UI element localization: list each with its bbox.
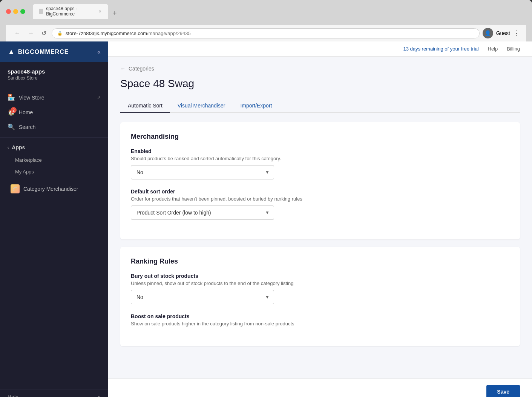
active-app-label: Category Merchandiser: [23, 186, 78, 192]
app-icon: 🏷: [11, 184, 20, 193]
enabled-select[interactable]: No Yes: [131, 165, 274, 179]
breadcrumb-arrow: ←: [120, 66, 126, 72]
enabled-field-group: Enabled Should products be ranked and so…: [131, 148, 509, 179]
boost-desc: Show on sale products higher in the cate…: [131, 321, 509, 326]
merchandising-card: Merchandising Enabled Should products be…: [120, 122, 520, 239]
search-nav-icon: 🔍: [8, 123, 15, 130]
merchandising-title: Merchandising: [131, 133, 509, 141]
sort-order-desc: Order for products that haven't been pin…: [131, 196, 509, 202]
store-subtitle: Sandbox Store: [8, 75, 101, 81]
back-button[interactable]: ←: [12, 28, 23, 38]
logo: ▲ BIGCOMMERCE: [8, 48, 69, 56]
enabled-label: Enabled: [131, 148, 509, 154]
close-button[interactable]: [6, 9, 11, 14]
boost-label: Boost on sale products: [131, 313, 509, 319]
avatar: 👤: [483, 28, 493, 38]
sidebar-header: ▲ BIGCOMMERCE «: [0, 41, 108, 62]
tab-title: space48-apps - BigCommerce: [46, 6, 95, 17]
sidebar-item-my-apps[interactable]: My Apps: [0, 166, 108, 178]
breadcrumb-label: Categories: [129, 66, 154, 72]
user-label: Guest: [496, 30, 510, 36]
collapse-button[interactable]: «: [97, 49, 101, 55]
main-body: ← Categories Space 48 Swag Automatic Sor…: [108, 57, 532, 379]
page-title: Space 48 Swag: [120, 78, 520, 90]
bury-select[interactable]: No Yes: [131, 290, 274, 304]
tabs: Automatic Sort Visual Merchandiser Impor…: [120, 99, 520, 113]
tab-favicon: [39, 9, 43, 14]
boost-field-group: Boost on sale products Show on sale prod…: [131, 313, 509, 326]
store-info: space48-apps Sandbox Store: [0, 62, 108, 87]
tab-automatic-sort[interactable]: Automatic Sort: [120, 99, 170, 113]
sidebar-item-marketplace[interactable]: Marketplace: [0, 154, 108, 166]
new-tab-button[interactable]: +: [110, 8, 120, 19]
home-badge: 2: [11, 107, 17, 113]
save-button[interactable]: Save: [486, 385, 520, 397]
forward-button[interactable]: →: [26, 28, 36, 38]
enabled-desc: Should products be ranked and sorted aut…: [131, 156, 509, 161]
breadcrumb[interactable]: ← Categories: [120, 66, 520, 72]
enabled-select-wrapper: No Yes ▼: [131, 165, 274, 179]
my-apps-label: My Apps: [15, 169, 34, 175]
refresh-button[interactable]: ↺: [39, 28, 49, 38]
more-button[interactable]: ⋮: [513, 29, 520, 37]
trial-text: 13 days remaining of your free trial: [403, 46, 478, 52]
sidebar: ▲ BIGCOMMERCE « space48-apps Sandbox Sto…: [0, 41, 108, 397]
home-label: Home: [19, 109, 33, 115]
logo-text: BIGCOMMERCE: [18, 49, 69, 55]
apps-section-header[interactable]: ‹ Apps: [0, 141, 108, 154]
ranking-rules-card: Ranking Rules Bury out of stock products…: [120, 247, 520, 346]
logo-icon: ▲: [8, 48, 15, 56]
store-icon: 🏪: [8, 94, 15, 101]
address-bar[interactable]: 🔒 store-7zh8t3rjik.mybigcommerce.com/man…: [52, 28, 480, 38]
main-content: 13 days remaining of your free trial Hel…: [108, 41, 532, 397]
sort-order-field-group: Default sort order Order for products th…: [131, 189, 509, 220]
tab-visual-merchandiser[interactable]: Visual Merchandiser: [170, 99, 233, 113]
sidebar-item-home[interactable]: 🏠 2 Home: [0, 105, 108, 120]
chevron-up-icon: ∧: [97, 394, 101, 397]
sidebar-item-category-merchandiser[interactable]: 🏷 Category Merchandiser: [0, 181, 108, 197]
sidebar-item-search[interactable]: 🔍 Search: [0, 120, 108, 134]
bury-desc: Unless pinned, show out of stock product…: [131, 281, 509, 286]
external-link-icon: ↗: [97, 95, 101, 100]
marketplace-label: Marketplace: [15, 157, 42, 163]
sidebar-footer[interactable]: Help ∧: [0, 389, 108, 397]
store-name: space48-apps: [8, 68, 101, 75]
bury-label: Bury out of stock products: [131, 273, 509, 279]
help-label: Help: [8, 394, 18, 397]
apps-section-label: Apps: [12, 144, 25, 150]
apps-section: ‹ Apps Marketplace My Apps: [0, 137, 108, 181]
tab-close-button[interactable]: ×: [98, 9, 102, 14]
help-link[interactable]: Help: [488, 46, 498, 52]
minimize-button[interactable]: [13, 9, 18, 14]
url-text: store-7zh8t3rjik.mybigcommerce.com/manag…: [66, 31, 191, 36]
maximize-button[interactable]: [20, 9, 25, 14]
billing-link[interactable]: Billing: [507, 46, 520, 52]
save-footer: Save: [108, 379, 532, 397]
sidebar-nav: 🏪 View Store ↗ 🏠 2 Home 🔍 Search: [0, 87, 108, 137]
sort-order-label: Default sort order: [131, 189, 509, 195]
active-tab[interactable]: space48-apps - BigCommerce ×: [33, 4, 108, 19]
bury-select-wrapper: No Yes ▼: [131, 290, 274, 304]
ranking-rules-title: Ranking Rules: [131, 258, 509, 265]
lock-icon: 🔒: [57, 31, 63, 36]
tab-import-export[interactable]: Import/Export: [233, 99, 279, 113]
bury-field-group: Bury out of stock products Unless pinned…: [131, 273, 509, 304]
main-topbar: 13 days remaining of your free trial Hel…: [108, 41, 532, 57]
sidebar-item-view-store[interactable]: 🏪 View Store ↗: [0, 90, 108, 105]
view-store-label: View Store: [19, 95, 44, 101]
search-label: Search: [19, 124, 35, 130]
sort-order-select-wrapper: Product Sort Order (low to high) Product…: [131, 205, 274, 220]
chevron-left-icon: ‹: [8, 146, 9, 150]
sort-order-select[interactable]: Product Sort Order (low to high) Product…: [131, 205, 274, 220]
